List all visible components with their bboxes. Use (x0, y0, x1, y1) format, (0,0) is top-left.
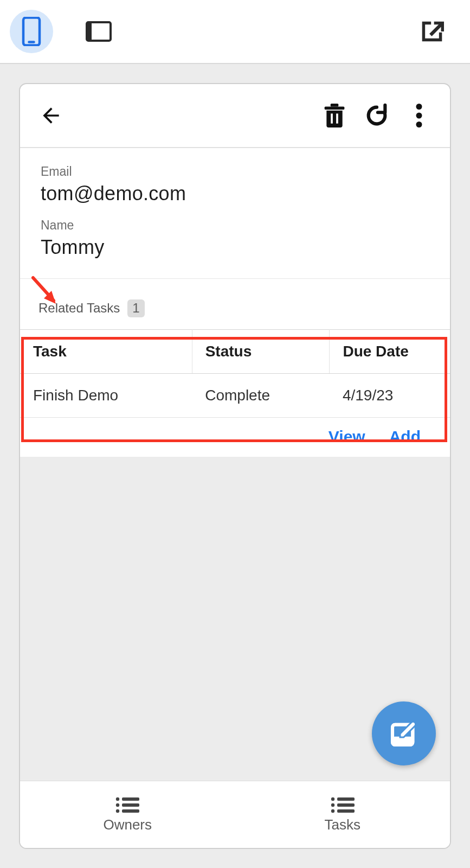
email-value: tom@demo.com (41, 182, 429, 205)
col-status[interactable]: Status (192, 329, 330, 373)
name-label: Name (41, 218, 429, 233)
svg-rect-4 (331, 113, 333, 123)
tablet-preview-button[interactable] (77, 10, 120, 53)
cell-task: Finish Demo (20, 373, 192, 417)
email-label: Email (41, 164, 429, 179)
related-tasks-table: Task Status Due Date Finish Demo Complet… (20, 329, 450, 418)
col-due-date[interactable]: Due Date (330, 329, 450, 373)
svg-point-18 (116, 809, 119, 813)
table-row[interactable]: Finish Demo Complete 4/19/23 (20, 373, 450, 417)
svg-rect-25 (337, 797, 355, 801)
nav-owners[interactable]: Owners (20, 781, 235, 848)
emulator-topbar (0, 0, 470, 64)
svg-rect-7 (331, 104, 339, 107)
mobile-preview-button[interactable] (10, 10, 53, 53)
svg-point-10 (416, 122, 422, 127)
svg-point-23 (331, 803, 334, 807)
svg-rect-6 (325, 107, 345, 110)
svg-point-24 (331, 809, 334, 813)
app-header (20, 84, 450, 148)
svg-point-9 (416, 113, 422, 119)
delete-button[interactable] (313, 94, 356, 137)
svg-rect-27 (337, 809, 355, 813)
refresh-icon (364, 103, 389, 128)
list-icon (114, 796, 140, 814)
back-arrow-icon (39, 104, 63, 127)
name-field: Name Tommy (41, 218, 429, 259)
nav-owners-label: Owners (103, 816, 152, 833)
svg-point-8 (416, 104, 422, 110)
nav-tasks[interactable]: Tasks (235, 781, 450, 848)
edit-fab[interactable] (372, 701, 436, 765)
svg-rect-26 (337, 803, 355, 807)
svg-rect-3 (87, 22, 92, 41)
svg-rect-20 (122, 803, 139, 807)
svg-rect-5 (336, 113, 338, 123)
cell-due: 4/19/23 (330, 373, 450, 417)
phone-frame: Email tom@demo.com Name Tommy Related Ta… (19, 83, 451, 849)
mobile-icon (22, 17, 41, 46)
open-in-new-icon (420, 20, 444, 43)
email-field: Email tom@demo.com (41, 164, 429, 205)
edit-icon (389, 718, 419, 749)
more-vert-icon (416, 104, 422, 127)
name-value: Tommy (41, 236, 429, 259)
list-icon (330, 796, 356, 814)
related-tasks-section: Related Tasks 1 Task Status Due Date Fin… (20, 279, 450, 457)
bottom-nav: Owners Tasks (20, 781, 450, 848)
svg-rect-19 (122, 797, 139, 801)
nav-tasks-label: Tasks (325, 816, 360, 833)
svg-rect-21 (122, 809, 139, 813)
view-button[interactable]: View (329, 427, 365, 446)
tablet-icon (86, 21, 112, 42)
lower-area (20, 457, 450, 781)
cell-status: Complete (192, 373, 330, 417)
add-button[interactable]: Add (389, 427, 421, 446)
back-button[interactable] (30, 94, 72, 137)
col-task[interactable]: Task (20, 329, 192, 373)
open-external-button[interactable] (410, 10, 454, 53)
trash-icon (323, 103, 346, 129)
svg-point-17 (116, 803, 119, 807)
related-tasks-actions: View Add (20, 418, 450, 457)
refresh-button[interactable] (356, 94, 398, 137)
owner-details: Email tom@demo.com Name Tommy (20, 148, 450, 279)
more-button[interactable] (398, 94, 440, 137)
related-tasks-header: Related Tasks 1 (20, 279, 450, 329)
preview-stage: Email tom@demo.com Name Tommy Related Ta… (0, 64, 470, 868)
svg-point-16 (116, 797, 119, 801)
related-tasks-count: 1 (127, 299, 144, 317)
related-tasks-title: Related Tasks (38, 301, 120, 316)
svg-point-22 (331, 797, 334, 801)
